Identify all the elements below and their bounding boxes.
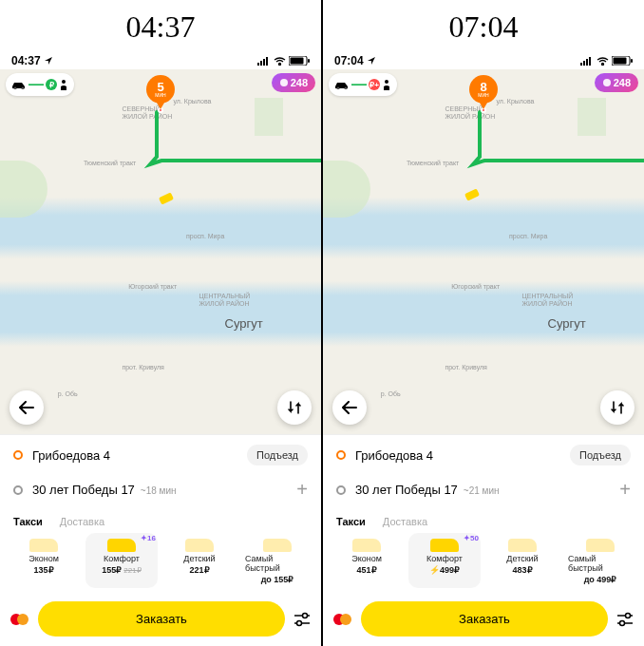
person-icon (59, 79, 68, 90)
car-icon (334, 80, 350, 89)
route-options-button[interactable] (277, 390, 312, 425)
back-button[interactable] (9, 390, 44, 425)
route-swap-icon (610, 400, 625, 415)
pickup-row[interactable]: Грибоедова 4 Подъезд (0, 435, 321, 475)
map[interactable]: СЕВЕРНЫЙ ЖИЛОЙ РАЙОН ул. Крылова Тюменск… (0, 69, 321, 434)
dest-marker-icon (336, 485, 346, 495)
fare-list: Эконом 451₽ ✦50 Комфорт ⚡499₽ Детский 48… (323, 529, 644, 596)
fare-fastest[interactable]: Самый быстрый до 499₽ (564, 533, 636, 588)
dest-address: 30 лет Победы 17 (355, 483, 458, 497)
svg-rect-17 (580, 63, 582, 66)
svg-rect-18 (583, 61, 585, 66)
points-icon (602, 78, 612, 87)
fare-economy[interactable]: Эконом 135₽ (8, 533, 80, 588)
bottom-sheet: Грибоедова 4 Подъезд 30 лет Победы 17 ~2… (323, 434, 644, 646)
pickup-address: Грибоедова 4 (355, 448, 433, 463)
fare-car-icon (430, 539, 459, 552)
fare-list: Эконом 135₽ ✦16 Комфорт 155₽221₽ Детский… (0, 529, 321, 596)
points-badge[interactable]: 248 (595, 73, 638, 92)
fare-car-icon (263, 539, 292, 552)
pickup-address: Грибоедова 4 (32, 448, 110, 463)
fare-comfort[interactable]: ✦16 Комфорт 155₽221₽ (85, 533, 158, 588)
trip-duration: ~21 мин (464, 485, 500, 496)
dest-address: 30 лет Победы 17 (32, 483, 135, 497)
filter-icon[interactable] (293, 612, 312, 627)
taxi-status-widget[interactable]: — ₽+ (329, 73, 397, 96)
route-swap-icon (287, 400, 302, 415)
svg-point-11 (62, 80, 66, 84)
svg-point-14 (17, 614, 28, 625)
statusbar-time: 07:04 (334, 54, 364, 67)
svg-rect-22 (614, 58, 627, 65)
back-button[interactable] (332, 390, 367, 425)
wifi-icon (274, 57, 286, 66)
tab-taxi[interactable]: Такси (13, 516, 43, 527)
fare-fastest[interactable]: Самый быстрый до 155₽ (241, 533, 313, 588)
route-line (0, 69, 321, 434)
svg-rect-5 (291, 58, 304, 65)
tab-taxi[interactable]: Такси (336, 516, 366, 527)
order-button[interactable]: Заказать (361, 601, 608, 636)
fare-kids[interactable]: Детский 483₽ (486, 533, 559, 588)
status-bar: 07:04 (323, 50, 644, 69)
fare-points-badge: ✦16 (141, 534, 156, 542)
fare-car-icon (107, 539, 136, 552)
order-button[interactable]: Заказать (38, 601, 285, 636)
svg-point-33 (620, 620, 625, 625)
add-stop-button[interactable]: + (296, 479, 308, 501)
pickup-row[interactable]: Грибоедова 4 Подъезд (323, 435, 644, 475)
signal-icon (580, 57, 594, 66)
fare-kids[interactable]: Детский 221₽ (163, 533, 236, 588)
svg-point-32 (626, 613, 631, 618)
arrow-left-icon (342, 401, 357, 414)
tab-delivery[interactable]: Доставка (383, 516, 427, 527)
points-badge[interactable]: 248 (272, 73, 315, 92)
svg-rect-23 (631, 59, 633, 63)
fare-points-badge: ✦50 (464, 534, 479, 542)
fare-car-icon (508, 539, 537, 552)
svg-rect-20 (589, 57, 591, 66)
fare-comfort[interactable]: ✦50 Комфорт ⚡499₽ (408, 533, 481, 588)
svg-rect-6 (308, 59, 310, 63)
svg-rect-1 (260, 61, 262, 66)
location-arrow-icon (44, 56, 53, 66)
person-icon (382, 79, 391, 90)
bottom-sheet: Грибоедова 4 Подъезд 30 лет Победы 17 ~1… (0, 434, 321, 646)
entrance-button[interactable]: Подъезд (570, 445, 631, 466)
svg-rect-0 (257, 63, 259, 66)
signal-icon (257, 57, 271, 66)
route-options-button[interactable] (600, 390, 635, 425)
battery-icon (289, 56, 310, 66)
tab-delivery[interactable]: Доставка (60, 516, 104, 527)
arrow-left-icon (19, 401, 34, 414)
fare-car-icon (185, 539, 214, 552)
taxi-status-widget[interactable]: — ₽ (6, 73, 74, 96)
svg-rect-3 (266, 57, 268, 66)
service-tabs: Такси Доставка (0, 510, 321, 529)
svg-text:₽+: ₽+ (369, 81, 379, 89)
fare-economy[interactable]: Эконом 451₽ (331, 533, 403, 588)
pickup-marker-icon (13, 450, 23, 460)
payment-card-icon[interactable] (9, 613, 30, 626)
fare-car-icon (352, 539, 381, 552)
wifi-icon (597, 57, 609, 66)
svg-rect-2 (263, 59, 265, 66)
comparison-time-right: 07:04 (323, 0, 644, 50)
svg-point-29 (603, 79, 611, 86)
destination-row[interactable]: 30 лет Победы 17 ~21 мин + (323, 475, 644, 510)
destination-row[interactable]: 30 лет Победы 17 ~18 мин + (0, 475, 321, 510)
map[interactable]: СЕВЕРНЫЙ ЖИЛОЙ РАЙОН ул. Крылова Тюменск… (323, 69, 644, 434)
ruble-surge-icon: ₽+ (369, 79, 380, 90)
status-bar: 04:37 (0, 50, 321, 69)
surge-icon: ⚡ (429, 565, 440, 575)
add-stop-button[interactable]: + (619, 479, 631, 501)
payment-card-icon[interactable] (332, 613, 353, 626)
filter-icon[interactable] (616, 612, 635, 627)
comparison-time-left: 04:37 (0, 0, 321, 50)
svg-text:₽: ₽ (49, 81, 54, 89)
dest-marker-icon (13, 485, 23, 495)
svg-point-31 (340, 614, 351, 625)
entrance-button[interactable]: Подъезд (247, 445, 308, 466)
battery-icon (612, 56, 633, 66)
service-tabs: Такси Доставка (323, 510, 644, 529)
